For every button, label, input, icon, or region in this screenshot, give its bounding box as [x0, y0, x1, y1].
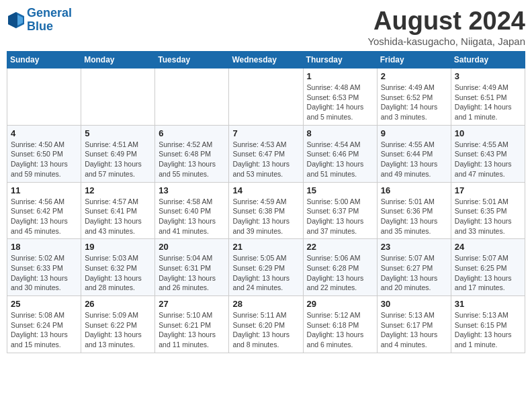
- day-number: 22: [307, 242, 373, 252]
- day-cell: 22Sunrise: 5:06 AM Sunset: 6:28 PM Dayli…: [303, 239, 377, 296]
- month-title: August 2024: [367, 7, 525, 36]
- day-number: 26: [85, 299, 151, 309]
- weekday-header-monday: Monday: [81, 52, 155, 68]
- day-info: Sunrise: 5:10 AM Sunset: 6:21 PM Dayligh…: [159, 310, 225, 350]
- day-number: 1: [307, 71, 373, 81]
- day-cell: 18Sunrise: 5:02 AM Sunset: 6:33 PM Dayli…: [7, 239, 81, 296]
- weekday-header-row: SundayMondayTuesdayWednesdayThursdayFrid…: [7, 52, 525, 68]
- day-number: 12: [85, 185, 151, 195]
- day-info: Sunrise: 4:54 AM Sunset: 6:46 PM Dayligh…: [307, 140, 373, 179]
- day-info: Sunrise: 4:59 AM Sunset: 6:38 PM Dayligh…: [232, 197, 299, 236]
- day-cell: 9Sunrise: 4:55 AM Sunset: 6:44 PM Daylig…: [377, 125, 451, 182]
- day-cell: 2Sunrise: 4:49 AM Sunset: 6:52 PM Daylig…: [377, 68, 451, 126]
- week-row-3: 11Sunrise: 4:56 AM Sunset: 6:42 PM Dayli…: [7, 182, 525, 239]
- day-number: 9: [381, 128, 447, 138]
- day-info: Sunrise: 5:08 AM Sunset: 6:24 PM Dayligh…: [11, 310, 77, 350]
- day-info: Sunrise: 4:58 AM Sunset: 6:40 PM Dayligh…: [159, 197, 225, 236]
- day-info: Sunrise: 4:50 AM Sunset: 6:50 PM Dayligh…: [11, 140, 77, 179]
- logo-blue: Blue: [27, 19, 53, 33]
- weekday-header-tuesday: Tuesday: [155, 52, 229, 68]
- day-number: 11: [11, 185, 77, 195]
- weekday-header-wednesday: Wednesday: [229, 52, 303, 68]
- day-info: Sunrise: 5:00 AM Sunset: 6:37 PM Dayligh…: [307, 197, 373, 236]
- day-info: Sunrise: 4:51 AM Sunset: 6:49 PM Dayligh…: [85, 140, 151, 179]
- day-number: 6: [159, 128, 225, 138]
- day-cell: 25Sunrise: 5:08 AM Sunset: 6:24 PM Dayli…: [7, 296, 81, 353]
- day-number: 8: [307, 128, 373, 138]
- logo: General Blue: [7, 7, 72, 34]
- day-info: Sunrise: 4:56 AM Sunset: 6:42 PM Dayligh…: [11, 197, 77, 236]
- day-cell: 12Sunrise: 4:57 AM Sunset: 6:41 PM Dayli…: [81, 182, 155, 239]
- day-cell: 13Sunrise: 4:58 AM Sunset: 6:40 PM Dayli…: [155, 182, 229, 239]
- day-number: 2: [381, 71, 447, 81]
- day-cell: 15Sunrise: 5:00 AM Sunset: 6:37 PM Dayli…: [303, 182, 377, 239]
- day-cell: [7, 68, 81, 126]
- day-info: Sunrise: 5:03 AM Sunset: 6:32 PM Dayligh…: [85, 253, 151, 293]
- day-cell: 17Sunrise: 5:01 AM Sunset: 6:35 PM Dayli…: [451, 182, 525, 239]
- day-cell: 24Sunrise: 5:07 AM Sunset: 6:25 PM Dayli…: [451, 239, 525, 296]
- week-row-4: 18Sunrise: 5:02 AM Sunset: 6:33 PM Dayli…: [7, 239, 525, 296]
- day-number: 14: [232, 185, 299, 195]
- day-number: 17: [455, 185, 521, 195]
- week-row-2: 4Sunrise: 4:50 AM Sunset: 6:50 PM Daylig…: [7, 125, 525, 182]
- day-info: Sunrise: 5:02 AM Sunset: 6:33 PM Dayligh…: [11, 253, 77, 293]
- day-number: 29: [307, 299, 373, 309]
- day-info: Sunrise: 4:55 AM Sunset: 6:43 PM Dayligh…: [455, 140, 521, 179]
- day-cell: 31Sunrise: 5:13 AM Sunset: 6:15 PM Dayli…: [451, 296, 525, 353]
- day-cell: 20Sunrise: 5:04 AM Sunset: 6:31 PM Dayli…: [155, 239, 229, 296]
- day-info: Sunrise: 4:48 AM Sunset: 6:53 PM Dayligh…: [307, 83, 373, 122]
- logo-icon: [7, 11, 26, 30]
- day-number: 10: [455, 128, 521, 138]
- day-info: Sunrise: 4:52 AM Sunset: 6:48 PM Dayligh…: [159, 140, 225, 179]
- day-info: Sunrise: 5:12 AM Sunset: 6:18 PM Dayligh…: [307, 310, 373, 350]
- svg-marker-2: [8, 12, 17, 28]
- day-cell: 7Sunrise: 4:53 AM Sunset: 6:47 PM Daylig…: [229, 125, 303, 182]
- day-number: 24: [455, 242, 521, 252]
- weekday-header-thursday: Thursday: [303, 52, 377, 68]
- week-row-1: 1Sunrise: 4:48 AM Sunset: 6:53 PM Daylig…: [7, 68, 525, 126]
- day-cell: 11Sunrise: 4:56 AM Sunset: 6:42 PM Dayli…: [7, 182, 81, 239]
- day-info: Sunrise: 5:01 AM Sunset: 6:35 PM Dayligh…: [455, 197, 521, 236]
- location-subtitle: Yoshida-kasugacho, Niigata, Japan: [367, 36, 525, 47]
- day-cell: [229, 68, 303, 126]
- day-cell: 16Sunrise: 5:01 AM Sunset: 6:36 PM Dayli…: [377, 182, 451, 239]
- day-cell: 30Sunrise: 5:13 AM Sunset: 6:17 PM Dayli…: [377, 296, 451, 353]
- title-block: August 2024 Yoshida-kasugacho, Niigata, …: [367, 7, 525, 47]
- day-number: 13: [159, 185, 225, 195]
- day-number: 20: [159, 242, 225, 252]
- day-info: Sunrise: 5:11 AM Sunset: 6:20 PM Dayligh…: [232, 310, 299, 350]
- day-number: 4: [11, 128, 77, 138]
- day-cell: 6Sunrise: 4:52 AM Sunset: 6:48 PM Daylig…: [155, 125, 229, 182]
- day-cell: 14Sunrise: 4:59 AM Sunset: 6:38 PM Dayli…: [229, 182, 303, 239]
- day-info: Sunrise: 5:07 AM Sunset: 6:27 PM Dayligh…: [381, 253, 447, 293]
- day-number: 18: [11, 242, 77, 252]
- day-info: Sunrise: 5:13 AM Sunset: 6:15 PM Dayligh…: [455, 310, 521, 350]
- day-cell: 23Sunrise: 5:07 AM Sunset: 6:27 PM Dayli…: [377, 239, 451, 296]
- weekday-header-sunday: Sunday: [7, 52, 81, 68]
- day-info: Sunrise: 5:05 AM Sunset: 6:29 PM Dayligh…: [232, 253, 299, 293]
- day-cell: 28Sunrise: 5:11 AM Sunset: 6:20 PM Dayli…: [229, 296, 303, 353]
- day-info: Sunrise: 5:01 AM Sunset: 6:36 PM Dayligh…: [381, 197, 447, 236]
- day-cell: 26Sunrise: 5:09 AM Sunset: 6:22 PM Dayli…: [81, 296, 155, 353]
- day-cell: [81, 68, 155, 126]
- week-row-5: 25Sunrise: 5:08 AM Sunset: 6:24 PM Dayli…: [7, 296, 525, 353]
- day-info: Sunrise: 4:55 AM Sunset: 6:44 PM Dayligh…: [381, 140, 447, 179]
- day-number: 25: [11, 299, 77, 309]
- day-number: 19: [85, 242, 151, 252]
- page-header: General Blue August 2024 Yoshida-kasugac…: [7, 7, 525, 47]
- day-number: 3: [455, 71, 521, 81]
- day-info: Sunrise: 4:57 AM Sunset: 6:41 PM Dayligh…: [85, 197, 151, 236]
- day-number: 15: [307, 185, 373, 195]
- day-info: Sunrise: 5:13 AM Sunset: 6:17 PM Dayligh…: [381, 310, 447, 350]
- day-cell: [155, 68, 229, 126]
- day-number: 21: [232, 242, 299, 252]
- weekday-header-saturday: Saturday: [451, 52, 525, 68]
- day-info: Sunrise: 5:04 AM Sunset: 6:31 PM Dayligh…: [159, 253, 225, 293]
- day-cell: 1Sunrise: 4:48 AM Sunset: 6:53 PM Daylig…: [303, 68, 377, 126]
- day-number: 5: [85, 128, 151, 138]
- logo-general: General: [27, 6, 72, 19]
- calendar-table: SundayMondayTuesdayWednesdayThursdayFrid…: [7, 51, 525, 353]
- day-info: Sunrise: 4:49 AM Sunset: 6:52 PM Dayligh…: [381, 83, 447, 122]
- day-info: Sunrise: 5:06 AM Sunset: 6:28 PM Dayligh…: [307, 253, 373, 293]
- day-info: Sunrise: 5:09 AM Sunset: 6:22 PM Dayligh…: [85, 310, 151, 350]
